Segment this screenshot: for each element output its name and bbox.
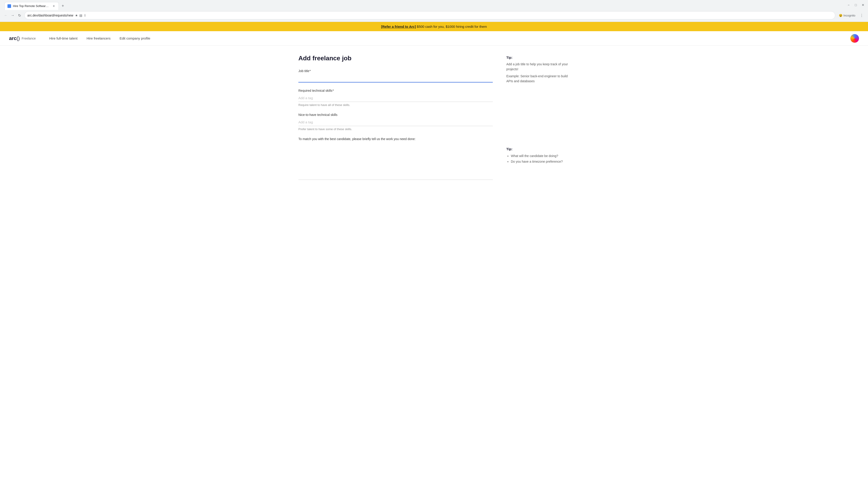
tip-2-title: Tip: (506, 147, 569, 151)
nav-hire-freelancers[interactable]: Hire freelancers (87, 36, 111, 40)
address-bar[interactable]: arc.dev/dashboard/requests/new ★ ▤ ⇩ (24, 11, 835, 20)
incognito-button[interactable]: 😵 Incognito (837, 13, 857, 18)
work-description-label: To match you with the best candidate, pl… (298, 137, 493, 141)
page-title: Add freelance job (298, 55, 493, 62)
arc-logo[interactable]: arc() (9, 35, 20, 41)
avatar-image (850, 34, 859, 43)
window-restore-button[interactable]: □ (852, 2, 859, 8)
back-button[interactable]: ← (3, 12, 9, 19)
arc-logo-text: arc() (9, 35, 20, 41)
incognito-label: Incognito (843, 14, 855, 17)
address-bar-url: arc.dev/dashboard/requests/new (27, 13, 73, 17)
nice-skills-label: Nice-to-have technical skills (298, 113, 493, 117)
tip-2-block: Tip: What will the candidate be doing? D… (506, 147, 569, 164)
nav-hire-fulltime[interactable]: Hire full-time talent (49, 36, 78, 40)
tab-favicon (7, 4, 11, 8)
bookmark-icon[interactable]: ★ (75, 13, 78, 17)
browser-chrome: Hire Top Remote Software Dev... ✕ + − □ … (0, 0, 868, 22)
incognito-icon: 😵 (839, 14, 842, 17)
refer-friend-link[interactable]: [Refer a friend to Arc] (381, 25, 416, 29)
nice-skills-group: Nice-to-have technical skills Prefer tal… (298, 113, 493, 131)
tip-1-example: Example: Senior back-end engineer to bui… (506, 74, 569, 84)
work-description-input[interactable] (298, 143, 493, 180)
required-skills-group: Required technical skills* Require talen… (298, 89, 493, 107)
forward-button[interactable]: → (9, 12, 16, 19)
job-title-group: Job title* (298, 69, 493, 83)
required-skills-hint: Require talent to have all of these skil… (298, 103, 493, 107)
promo-banner: [Refer a friend to Arc] $500 cash for yo… (0, 22, 868, 31)
work-description-group: To match you with the best candidate, pl… (298, 137, 493, 181)
more-options-button[interactable]: ⋮ (858, 12, 865, 19)
app-wrapper: [Refer a friend to Arc] $500 cash for yo… (0, 22, 868, 483)
tab-title: Hire Top Remote Software Dev... (13, 4, 50, 8)
tip-1-block: Tip: Add a job title to help you keep tr… (506, 56, 569, 84)
nav-edit-company[interactable]: Edit company profile (120, 36, 150, 40)
main-content: Add freelance job Job title* Required te… (289, 46, 579, 196)
window-close-button[interactable]: ✕ (860, 2, 866, 8)
navbar-freelance-label: Freelance (22, 37, 36, 40)
nice-skills-input[interactable] (298, 119, 493, 126)
nav-links: Hire full-time talent Hire freelancers E… (49, 36, 150, 40)
reload-button[interactable]: ↻ (16, 12, 23, 19)
tip-1-title: Tip: (506, 56, 569, 59)
required-skills-label: Required technical skills* (298, 89, 493, 92)
form-section: Add freelance job Job title* Required te… (298, 55, 493, 187)
tip-2-item-2: Do you have a timezone preference? (511, 159, 569, 164)
new-tab-button[interactable]: + (60, 3, 66, 9)
tab-close-button[interactable]: ✕ (52, 4, 56, 8)
extensions-icon[interactable]: ▤ (79, 13, 82, 17)
tip-2-item-1: What will the candidate be doing? (511, 153, 569, 159)
tip-section: Tip: Add a job title to help you keep tr… (506, 55, 569, 187)
tip-1-body: Add a job title to help you keep track o… (506, 62, 569, 72)
user-avatar[interactable] (850, 34, 859, 43)
required-skills-input[interactable] (298, 94, 493, 102)
nice-skills-hint: Prefer talent to have some of these skil… (298, 127, 493, 131)
logo-area: arc() Freelance (9, 35, 36, 41)
banner-text: $500 cash for you, $1000 hiring credit f… (416, 25, 487, 29)
job-title-label: Job title* (298, 69, 493, 73)
download-icon[interactable]: ⇩ (84, 13, 86, 17)
job-title-input[interactable] (298, 74, 493, 83)
tip-2-list: What will the candidate be doing? Do you… (506, 153, 569, 164)
browser-tab[interactable]: Hire Top Remote Software Dev... ✕ (4, 2, 59, 10)
window-minimize-button[interactable]: − (845, 2, 852, 8)
navbar: arc() Freelance Hire full-time talent Hi… (0, 31, 868, 46)
